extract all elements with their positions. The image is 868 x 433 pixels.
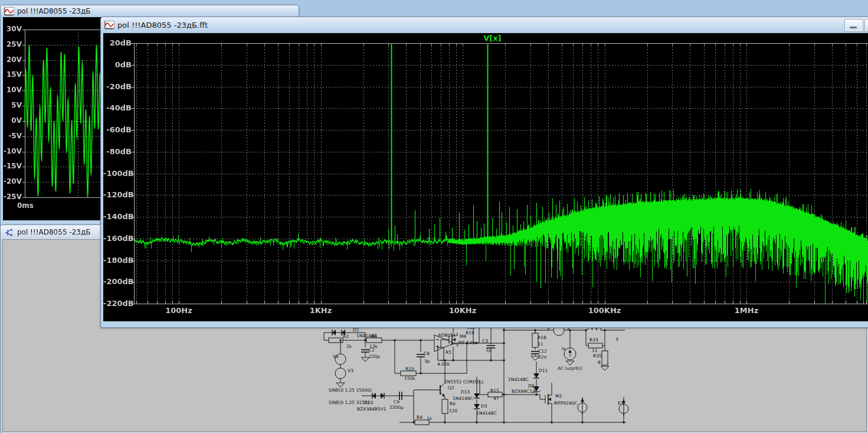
component-label: 47 <box>493 396 499 401</box>
component-label: E3 <box>618 401 624 406</box>
arrow <box>581 398 584 402</box>
ground-symbol <box>601 366 609 370</box>
component-label: C12 <box>538 349 547 354</box>
component-label: 2N5551 CORDELL <box>444 379 484 385</box>
component-label: SINE(0 1.25 15000) <box>329 388 372 393</box>
component-label: R10 <box>405 366 414 372</box>
minimize-button[interactable] <box>844 19 863 32</box>
component-label: 3p <box>424 359 430 364</box>
component-label: 2k <box>346 344 352 349</box>
diode-symbol <box>381 393 384 399</box>
waveform-plot-icon <box>4 7 14 16</box>
component-label: 11 <box>538 341 543 347</box>
fft-spectrum-canvas[interactable] <box>103 33 868 321</box>
component-label: M2 <box>555 393 562 399</box>
component-label: AD8055 <box>438 333 456 338</box>
component-label: D8 <box>528 383 535 389</box>
component-label: IRF-540 <box>458 340 475 346</box>
component-label: 3 <box>615 337 618 342</box>
component-label: R35 <box>593 353 602 359</box>
fft-plot-area[interactable]: V[x] 20dB0dB-20dB-40dB-60dB-80dB-100dB-1… <box>103 33 868 321</box>
component-label: R2 <box>343 334 349 339</box>
diode-symbol <box>474 393 480 398</box>
fft-window-title: pol !!!AD8055 -23дБ.fft <box>117 21 208 30</box>
junction-dot <box>503 393 505 396</box>
transient-window-titlebar[interactable]: pol !!!AD8055 -23дБ <box>1 5 299 17</box>
component-label: 1k <box>427 416 433 421</box>
junction-dot <box>604 329 606 331</box>
component-label: R8 <box>371 334 377 339</box>
component-label: IRFP9240C <box>553 401 578 406</box>
junction-dot <box>503 359 505 362</box>
component-label: C8 <box>424 351 430 356</box>
component-label: Q2 <box>448 385 454 390</box>
desktop: { "desktop": {"background": "#a9c6e2"}, … <box>0 0 868 433</box>
waveform-plot-icon <box>104 21 114 30</box>
fft-trace-legend[interactable]: V[x] <box>471 34 513 43</box>
junction-dot <box>581 421 584 424</box>
component-label: C9 <box>394 399 399 405</box>
diode-symbol <box>533 373 539 378</box>
junction-dot <box>452 359 454 362</box>
component-label: Is <box>562 346 565 351</box>
component-label: R6 <box>450 401 456 406</box>
component-label: 120 <box>449 408 458 414</box>
junction-dot <box>475 342 477 344</box>
component-label: D3 <box>481 403 487 409</box>
resistor-symbol <box>588 343 602 348</box>
fft-window-titlebar[interactable]: pol !!!AD8055 -23дБ.fft <box>101 17 868 33</box>
component-label: C2 <box>369 347 375 353</box>
component-label: R15 <box>490 388 499 393</box>
junction-dot <box>364 339 366 341</box>
junction-dot <box>476 421 478 424</box>
component-label: 220p <box>369 354 380 359</box>
component-label: 22n <box>538 354 547 360</box>
component-label: BZX384B5V1 <box>357 406 386 412</box>
junction-dot <box>551 421 553 424</box>
diode-symbol <box>332 330 336 336</box>
ground-symbol <box>361 357 369 362</box>
junction-dot <box>534 329 536 331</box>
maximize-button[interactable] <box>864 19 868 32</box>
ground-symbol <box>566 361 574 365</box>
component-label: 150k <box>404 376 415 381</box>
component-label: 4.05k <box>437 362 450 367</box>
bjt-arrow <box>442 393 445 397</box>
diode-symbol <box>474 404 480 409</box>
component-label: R19 <box>466 330 474 336</box>
junction-dot <box>623 421 625 424</box>
junction-dot <box>490 359 492 362</box>
component-label: 8 <box>598 360 601 365</box>
component-label: 1N4148C <box>476 411 497 416</box>
ground-symbol <box>336 383 345 387</box>
fft-plot-window: pol !!!AD8055 -23дБ.fft V[x] 20dB0dB-20d… <box>100 17 868 328</box>
source-symbol <box>335 368 346 379</box>
component-label: 11 <box>592 348 598 353</box>
component-label: 1µ <box>486 347 492 353</box>
resistor-symbol <box>401 371 416 376</box>
junction-dot <box>420 372 422 375</box>
junction-dot <box>420 339 422 341</box>
component-label: BZX84C12L <box>512 389 538 394</box>
junction-dot <box>339 339 342 341</box>
component-label: D2 <box>353 327 359 333</box>
component-label: V3 <box>348 368 353 373</box>
junction-dot <box>444 421 446 424</box>
component-label: R33 <box>589 337 598 343</box>
component-label: 2200µ <box>389 405 404 410</box>
component-label: AC (u(prb)) <box>558 366 582 371</box>
component-label: V6 <box>333 354 339 359</box>
transient-window-title: pol !!!AD8055 -23дБ <box>17 7 90 15</box>
junction-dot <box>503 329 505 331</box>
junction-dot <box>412 421 415 424</box>
minimize-icon <box>850 27 857 28</box>
resistor-symbol <box>438 347 444 360</box>
component-label: 1N4148C <box>508 377 529 382</box>
arrow <box>568 350 572 353</box>
component-label: 1N4148C <box>453 396 473 401</box>
junction-dot <box>503 421 505 424</box>
junction-dot <box>503 342 505 344</box>
junction-dot <box>585 329 587 331</box>
diode-symbol <box>372 393 376 399</box>
component-label: D10 <box>364 400 374 405</box>
